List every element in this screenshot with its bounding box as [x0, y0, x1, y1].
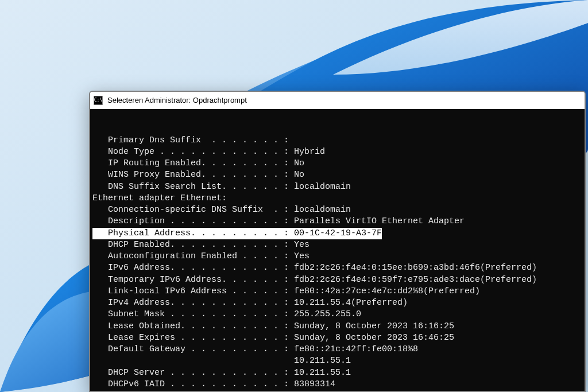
terminal-line: Temporary IPv6 Address. . . . . . : fdb2… — [92, 274, 579, 286]
terminal-line: IPv4 Address. . . . . . . . . . . : 10.2… — [92, 297, 579, 309]
terminal-line: 10.211.55.1 — [92, 355, 579, 367]
terminal-line: Lease Expires . . . . . . . . . . : Sund… — [92, 332, 579, 344]
terminal-line: DHCP Enabled. . . . . . . . . . . : Yes — [92, 239, 579, 251]
terminal-line: Physical Address. . . . . . . . . : 00-1… — [92, 228, 579, 239]
terminal-line: Primary Dns Suffix . . . . . . . : — [92, 135, 579, 146]
cmd-icon-glyph: C:\ — [94, 98, 102, 103]
terminal-line: WINS Proxy Enabled. . . . . . . . : No — [92, 169, 579, 181]
cmd-icon: C:\ — [94, 96, 103, 105]
terminal-line: Connection-specific DNS Suffix . : local… — [92, 204, 579, 216]
window-title: Selecteren Administrator: Opdrachtprompt — [107, 96, 247, 104]
terminal-line: DNS Suffix Search List. . . . . . : loca… — [92, 181, 579, 193]
terminal-line: Node Type . . . . . . . . . . . . : Hybr… — [92, 146, 579, 158]
terminal-line: Description . . . . . . . . . . . : Para… — [92, 216, 579, 227]
terminal-line: DHCP Server . . . . . . . . . . . : 10.2… — [92, 367, 579, 379]
command-prompt-window[interactable]: C:\ Selecteren Administrator: Opdrachtpr… — [89, 91, 586, 392]
terminal-line: Ethernet adapter Ethernet: — [92, 193, 579, 204]
window-titlebar[interactable]: C:\ Selecteren Administrator: Opdrachtpr… — [90, 92, 585, 109]
terminal-line: DHCPv6 IAID . . . . . . . . . . . : 8389… — [92, 379, 579, 390]
highlighted-physical-address: Physical Address. . . . . . . . . : 00-1… — [92, 228, 382, 239]
terminal-line: Lease Obtained. . . . . . . . . . : Sund… — [92, 321, 579, 332]
terminal-line: Link-local IPv6 Address . . . . . : fe80… — [92, 286, 579, 297]
terminal-line: Default Gateway . . . . . . . . . : fe80… — [92, 344, 579, 355]
terminal-line: IP Routing Enabled. . . . . . . . : No — [92, 158, 579, 169]
terminal-line: Subnet Mask . . . . . . . . . . . : 255.… — [92, 309, 579, 320]
terminal-output[interactable]: Primary Dns Suffix . . . . . . . : Node … — [90, 109, 585, 391]
terminal-line: IPv6 Address. . . . . . . . . . . : fdb2… — [92, 262, 579, 274]
terminal-line: Autoconfiguration Enabled . . . . : Yes — [92, 251, 579, 262]
